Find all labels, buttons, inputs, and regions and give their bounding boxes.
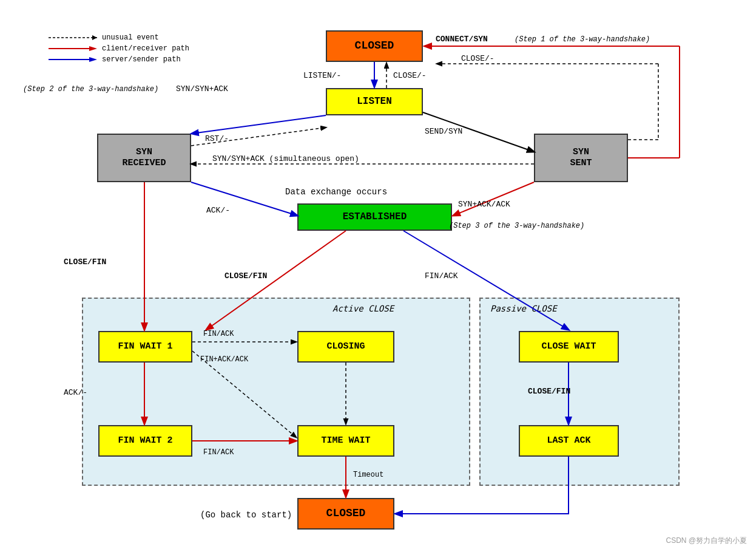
passive-close-label: Passive CLOSE xyxy=(490,304,557,313)
legend-unusual: unusual event xyxy=(102,33,159,42)
legend-server: server/sender path xyxy=(102,55,181,64)
svg-text:CLOSE/-: CLOSE/- xyxy=(393,71,427,80)
state-close-wait: CLOSE WAIT xyxy=(519,331,619,363)
svg-text:(Go back to start): (Go back to start) xyxy=(200,510,292,520)
svg-text:SYN/SYN+ACK: SYN/SYN+ACK xyxy=(176,84,228,94)
state-closed-bottom: CLOSED xyxy=(297,498,394,530)
passive-close-region xyxy=(479,298,680,486)
state-fin-wait-1: FIN WAIT 1 xyxy=(98,331,192,363)
svg-marker-5 xyxy=(89,57,97,62)
svg-text:CLOSE/-: CLOSE/- xyxy=(461,54,494,63)
svg-text:LISTEN/-: LISTEN/- xyxy=(303,71,341,80)
svg-text:CLOSE/FIN: CLOSE/FIN xyxy=(224,271,267,281)
active-close-label: Active CLOSE xyxy=(332,304,394,313)
svg-text:SYN+ACK/ACK: SYN+ACK/ACK xyxy=(458,200,510,209)
svg-text:SYN/SYN+ACK (simultaneous open: SYN/SYN+ACK (simultaneous open) xyxy=(212,154,359,163)
state-established: ESTABLISHED xyxy=(297,203,452,231)
legend-client: client/receiver path xyxy=(102,44,189,53)
svg-text:FIN/ACK: FIN/ACK xyxy=(425,271,458,281)
state-fin-wait-2: FIN WAIT 2 xyxy=(98,425,192,457)
svg-text:RST/-: RST/- xyxy=(205,134,229,143)
tcp-state-diagram: unusual event client/receiver path serve… xyxy=(0,0,756,552)
svg-text:(Step 2 of the 3-way-handshake: (Step 2 of the 3-way-handshake) xyxy=(23,85,158,94)
watermark: CSDN @努力自学的小夏 xyxy=(666,536,747,546)
state-syn-received: SYNRECEIVED xyxy=(97,134,191,182)
state-closed-top: CLOSED xyxy=(326,30,423,62)
svg-text:CLOSE/FIN: CLOSE/FIN xyxy=(64,257,106,267)
legend: unusual event client/receiver path serve… xyxy=(49,33,189,66)
svg-text:Data exchange occurs: Data exchange occurs xyxy=(285,187,387,197)
svg-text:ACK/-: ACK/- xyxy=(206,206,230,215)
state-listen: LISTEN xyxy=(326,88,423,115)
state-time-wait: TIME WAIT xyxy=(297,425,394,457)
svg-marker-3 xyxy=(89,46,97,51)
state-closing: CLOSING xyxy=(297,331,394,363)
svg-text:(Step 1 of the 3-way-handshake: (Step 1 of the 3-way-handshake) xyxy=(515,35,650,44)
state-last-ack: LAST ACK xyxy=(519,425,619,457)
svg-text:(Step 3 of the 3-way-handshake: (Step 3 of the 3-way-handshake) xyxy=(449,222,584,230)
state-syn-sent: SYNSENT xyxy=(534,134,628,182)
active-close-region xyxy=(82,298,470,486)
svg-marker-1 xyxy=(92,35,97,40)
svg-text:CONNECT/SYN: CONNECT/SYN xyxy=(436,35,488,44)
svg-text:SEND/SYN: SEND/SYN xyxy=(425,127,462,136)
